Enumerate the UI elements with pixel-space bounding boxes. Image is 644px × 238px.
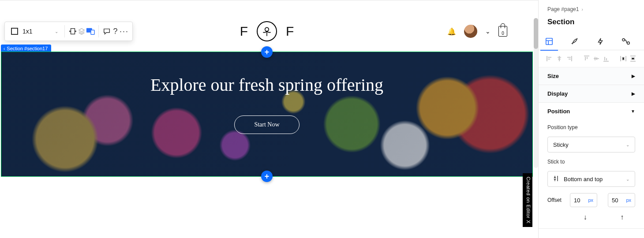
align-center-v-icon[interactable] [592, 55, 600, 63]
distribute-v-icon[interactable] [629, 55, 637, 63]
align-bottom-icon[interactable] [602, 55, 610, 63]
square-icon [11, 28, 18, 35]
hero-section[interactable]: + Explore our fresh spring offering Star… [1, 52, 533, 177]
breadcrumb[interactable]: Page #page1 › [539, 0, 644, 15]
scrollbar-thumb[interactable] [534, 18, 538, 49]
triangle-right-icon: ▶ [632, 74, 635, 78]
offset-1-unit[interactable]: px [588, 197, 593, 203]
triangle-down-icon: ▼ [631, 109, 635, 114]
accordion-size[interactable]: Size ▶ [539, 67, 644, 85]
position-type-value: Sticky [553, 141, 569, 148]
responsive-icon[interactable] [86, 27, 95, 36]
inspector-panel: Page #page1 › Section [538, 0, 644, 238]
svg-point-4 [622, 38, 625, 41]
svg-rect-2 [90, 30, 94, 34]
more-options-icon[interactable]: ··· [120, 27, 129, 36]
align-right-icon[interactable] [565, 55, 573, 63]
floating-toolbar: 1x1 ⌄ ? ··· [4, 22, 133, 41]
help-icon[interactable]: ? [111, 27, 120, 36]
accordion-position-label: Position [547, 108, 570, 115]
grid-label: 1x1 [22, 28, 33, 35]
hero-title[interactable]: Explore our fresh spring offering [150, 74, 383, 96]
hero-cta-button[interactable]: Start Now [234, 115, 299, 134]
tab-layout[interactable] [544, 33, 554, 50]
position-type-label: Position type [547, 124, 635, 130]
site-logo: F F [240, 21, 294, 41]
accordion-position[interactable]: Position ▼ [539, 103, 644, 120]
chevron-right-icon: › [581, 7, 583, 12]
align-top-icon[interactable] [583, 55, 591, 63]
chevron-down-icon: ⌄ [55, 29, 58, 34]
tab-design[interactable] [569, 33, 580, 50]
offset-1-value: 10 [574, 197, 580, 204]
chevron-down-icon: ⌄ [626, 142, 629, 147]
triangle-right-icon: ▶ [632, 91, 635, 96]
chevron-left-icon: ‹ [4, 46, 5, 51]
canvas: F F 🔔 ⌄ 0 1x1 ⌄ [0, 0, 538, 238]
editor-watermark: Created on Editor X [523, 173, 532, 227]
svg-rect-3 [546, 38, 552, 44]
separator [64, 25, 65, 37]
position-type-select[interactable]: Sticky ⌄ [547, 137, 635, 152]
offset-1-direction-down-icon: ↓ [572, 213, 599, 221]
accordion-size-label: Size [547, 73, 559, 79]
offset-2-direction-up-icon: ↑ [609, 213, 636, 221]
avatar[interactable] [464, 25, 477, 38]
canvas-scrollbar[interactable] [534, 18, 538, 168]
offset-input-1[interactable]: 10 px [570, 193, 597, 207]
alignment-controls [539, 50, 644, 67]
chevron-down-icon[interactable]: ⌄ [485, 28, 490, 35]
logo-letter-left: F [240, 24, 248, 39]
tab-animation[interactable] [595, 33, 606, 50]
layers-icon[interactable] [77, 27, 86, 36]
stick-to-label: Stick to [547, 159, 635, 165]
svg-point-5 [627, 41, 629, 44]
inspector-title: Section [539, 15, 644, 33]
align-center-h-icon[interactable] [555, 55, 563, 63]
accordion-display-label: Display [547, 90, 568, 97]
grid-selector[interactable]: 1x1 ⌄ [8, 22, 61, 41]
stick-to-select[interactable]: Bottom and top ⌄ [547, 171, 635, 187]
shopping-bag-icon[interactable]: 0 [498, 26, 507, 37]
offset-label: Offset [547, 197, 565, 203]
accordion-display[interactable]: Display ▶ [539, 85, 644, 102]
distribute-h-icon[interactable] [619, 55, 627, 63]
bag-count: 0 [502, 31, 504, 36]
separator [98, 25, 99, 37]
chevron-down-icon: ⌄ [626, 177, 629, 182]
stretch-icon[interactable] [68, 27, 77, 36]
svg-rect-0 [71, 29, 75, 34]
notification-bell-icon[interactable]: 🔔 [447, 27, 456, 36]
inspector-tabs [539, 33, 644, 50]
offset-2-value: 50 [612, 197, 618, 204]
logo-letter-right: F [286, 24, 294, 39]
stick-to-value: Bottom and top [564, 176, 603, 182]
align-left-icon[interactable] [546, 55, 554, 63]
comment-icon[interactable] [102, 27, 111, 36]
breadcrumb-label: Page #page1 [547, 6, 579, 12]
stick-icon [553, 175, 559, 183]
logo-flower-icon [257, 21, 277, 41]
section-tag-label: Section #section17 [7, 46, 48, 51]
offset-input-2[interactable]: 50 px [608, 193, 635, 207]
offset-2-unit[interactable]: px [626, 197, 631, 203]
tab-interactions[interactable] [621, 33, 631, 50]
